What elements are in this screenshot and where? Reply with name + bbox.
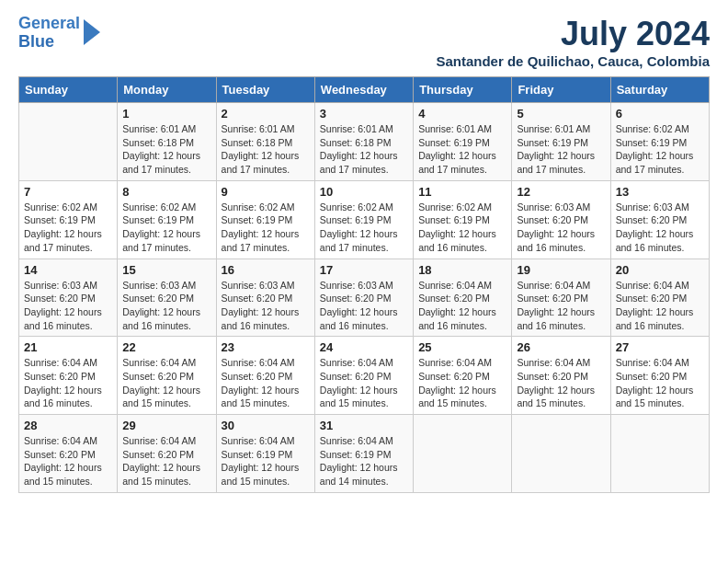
day-info: Sunrise: 6:04 AM Sunset: 6:20 PM Dayligh… <box>320 356 408 410</box>
day-number: 20 <box>616 263 704 277</box>
day-number: 11 <box>418 185 506 199</box>
page-header: General Blue July 2024 Santander de Quil… <box>18 15 710 69</box>
calendar-week-1: 1Sunrise: 6:01 AM Sunset: 6:18 PM Daylig… <box>19 103 710 181</box>
calendar-cell <box>19 103 118 181</box>
day-info: Sunrise: 6:04 AM Sunset: 6:20 PM Dayligh… <box>24 434 112 488</box>
day-number: 15 <box>122 263 210 277</box>
calendar-cell: 31Sunrise: 6:04 AM Sunset: 6:19 PM Dayli… <box>314 415 413 493</box>
day-number: 3 <box>320 107 408 121</box>
day-number: 9 <box>222 185 310 199</box>
day-number: 4 <box>418 107 506 121</box>
calendar-cell: 5Sunrise: 6:01 AM Sunset: 6:19 PM Daylig… <box>512 103 610 181</box>
calendar-cell: 21Sunrise: 6:04 AM Sunset: 6:20 PM Dayli… <box>19 337 118 415</box>
day-info: Sunrise: 6:02 AM Sunset: 6:19 PM Dayligh… <box>122 201 210 255</box>
day-number: 17 <box>320 263 408 277</box>
day-number: 5 <box>517 107 605 121</box>
calendar-cell: 25Sunrise: 6:04 AM Sunset: 6:20 PM Dayli… <box>414 337 512 415</box>
location-subtitle: Santander de Quilichao, Cauca, Colombia <box>436 53 710 69</box>
calendar-cell: 9Sunrise: 6:02 AM Sunset: 6:19 PM Daylig… <box>216 180 314 259</box>
calendar-cell: 24Sunrise: 6:04 AM Sunset: 6:20 PM Dayli… <box>314 337 413 415</box>
calendar-cell: 6Sunrise: 6:02 AM Sunset: 6:19 PM Daylig… <box>610 103 709 181</box>
logo-arrow-icon <box>84 19 100 45</box>
calendar-cell: 29Sunrise: 6:04 AM Sunset: 6:20 PM Dayli… <box>118 415 216 493</box>
calendar-cell: 14Sunrise: 6:03 AM Sunset: 6:20 PM Dayli… <box>19 259 118 337</box>
day-info: Sunrise: 6:02 AM Sunset: 6:19 PM Dayligh… <box>616 122 704 177</box>
day-info: Sunrise: 6:01 AM Sunset: 6:18 PM Dayligh… <box>222 122 310 177</box>
day-number: 29 <box>122 419 210 432</box>
calendar-cell: 23Sunrise: 6:04 AM Sunset: 6:20 PM Dayli… <box>216 337 314 415</box>
calendar-cell: 8Sunrise: 6:02 AM Sunset: 6:19 PM Daylig… <box>118 180 216 259</box>
calendar-week-2: 7Sunrise: 6:02 AM Sunset: 6:19 PM Daylig… <box>19 180 710 259</box>
day-number: 30 <box>222 419 310 432</box>
header-day-tuesday: Tuesday <box>216 77 314 103</box>
calendar-table: SundayMondayTuesdayWednesdayThursdayFrid… <box>18 76 710 493</box>
day-info: Sunrise: 6:03 AM Sunset: 6:20 PM Dayligh… <box>122 279 210 333</box>
day-number: 12 <box>517 185 605 199</box>
calendar-cell: 22Sunrise: 6:04 AM Sunset: 6:20 PM Dayli… <box>118 337 216 415</box>
calendar-cell: 10Sunrise: 6:02 AM Sunset: 6:19 PM Dayli… <box>314 180 413 259</box>
day-number: 24 <box>320 340 408 354</box>
logo: General Blue <box>18 15 100 52</box>
day-number: 6 <box>616 107 704 121</box>
day-info: Sunrise: 6:01 AM Sunset: 6:18 PM Dayligh… <box>122 122 210 177</box>
day-number: 31 <box>320 419 408 432</box>
day-number: 19 <box>517 263 605 277</box>
calendar-cell: 7Sunrise: 6:02 AM Sunset: 6:19 PM Daylig… <box>19 180 118 259</box>
header-day-saturday: Saturday <box>610 77 709 103</box>
day-number: 23 <box>222 340 310 354</box>
calendar-cell: 13Sunrise: 6:03 AM Sunset: 6:20 PM Dayli… <box>610 180 709 259</box>
calendar-cell: 12Sunrise: 6:03 AM Sunset: 6:20 PM Dayli… <box>512 180 610 259</box>
day-number: 22 <box>122 340 210 354</box>
day-info: Sunrise: 6:04 AM Sunset: 6:20 PM Dayligh… <box>418 356 506 410</box>
day-info: Sunrise: 6:04 AM Sunset: 6:20 PM Dayligh… <box>122 356 210 410</box>
calendar-cell: 17Sunrise: 6:03 AM Sunset: 6:20 PM Dayli… <box>314 259 413 337</box>
calendar-cell: 20Sunrise: 6:04 AM Sunset: 6:20 PM Dayli… <box>610 259 709 337</box>
month-year-title: July 2024 <box>436 15 710 53</box>
calendar-week-5: 28Sunrise: 6:04 AM Sunset: 6:20 PM Dayli… <box>19 415 710 493</box>
calendar-cell: 27Sunrise: 6:04 AM Sunset: 6:20 PM Dayli… <box>610 337 709 415</box>
day-info: Sunrise: 6:03 AM Sunset: 6:20 PM Dayligh… <box>616 201 704 255</box>
day-info: Sunrise: 6:04 AM Sunset: 6:20 PM Dayligh… <box>122 434 210 488</box>
day-number: 1 <box>122 107 210 121</box>
header-day-monday: Monday <box>118 77 216 103</box>
day-number: 25 <box>418 340 506 354</box>
calendar-cell: 18Sunrise: 6:04 AM Sunset: 6:20 PM Dayli… <box>414 259 512 337</box>
day-info: Sunrise: 6:04 AM Sunset: 6:20 PM Dayligh… <box>616 279 704 333</box>
day-info: Sunrise: 6:04 AM Sunset: 6:20 PM Dayligh… <box>616 356 704 410</box>
day-number: 10 <box>320 185 408 199</box>
day-number: 13 <box>616 185 704 199</box>
calendar-cell: 3Sunrise: 6:01 AM Sunset: 6:18 PM Daylig… <box>314 103 413 181</box>
calendar-cell: 30Sunrise: 6:04 AM Sunset: 6:19 PM Dayli… <box>216 415 314 493</box>
header-day-sunday: Sunday <box>19 77 118 103</box>
calendar-cell: 1Sunrise: 6:01 AM Sunset: 6:18 PM Daylig… <box>118 103 216 181</box>
calendar-cell: 16Sunrise: 6:03 AM Sunset: 6:20 PM Dayli… <box>216 259 314 337</box>
day-info: Sunrise: 6:03 AM Sunset: 6:20 PM Dayligh… <box>222 279 310 333</box>
day-info: Sunrise: 6:02 AM Sunset: 6:19 PM Dayligh… <box>418 201 506 255</box>
calendar-cell: 28Sunrise: 6:04 AM Sunset: 6:20 PM Dayli… <box>19 415 118 493</box>
calendar-header-row: SundayMondayTuesdayWednesdayThursdayFrid… <box>19 77 710 103</box>
day-number: 8 <box>122 185 210 199</box>
day-number: 27 <box>616 340 704 354</box>
header-day-wednesday: Wednesday <box>314 77 413 103</box>
title-block: July 2024 Santander de Quilichao, Cauca,… <box>436 15 710 69</box>
logo-text-general: General <box>18 15 80 33</box>
day-number: 7 <box>24 185 112 199</box>
day-info: Sunrise: 6:04 AM Sunset: 6:20 PM Dayligh… <box>222 356 310 410</box>
day-info: Sunrise: 6:04 AM Sunset: 6:20 PM Dayligh… <box>517 356 605 410</box>
calendar-cell <box>610 415 709 493</box>
calendar-cell: 4Sunrise: 6:01 AM Sunset: 6:19 PM Daylig… <box>414 103 512 181</box>
day-number: 21 <box>24 340 112 354</box>
day-info: Sunrise: 6:03 AM Sunset: 6:20 PM Dayligh… <box>320 279 408 333</box>
day-info: Sunrise: 6:02 AM Sunset: 6:19 PM Dayligh… <box>222 201 310 255</box>
calendar-body: 1Sunrise: 6:01 AM Sunset: 6:18 PM Daylig… <box>19 103 710 493</box>
header-day-friday: Friday <box>512 77 610 103</box>
day-info: Sunrise: 6:01 AM Sunset: 6:18 PM Dayligh… <box>320 122 408 177</box>
calendar-cell: 2Sunrise: 6:01 AM Sunset: 6:18 PM Daylig… <box>216 103 314 181</box>
day-info: Sunrise: 6:03 AM Sunset: 6:20 PM Dayligh… <box>24 279 112 333</box>
day-info: Sunrise: 6:04 AM Sunset: 6:20 PM Dayligh… <box>517 279 605 333</box>
calendar-cell: 19Sunrise: 6:04 AM Sunset: 6:20 PM Dayli… <box>512 259 610 337</box>
calendar-cell: 15Sunrise: 6:03 AM Sunset: 6:20 PM Dayli… <box>118 259 216 337</box>
day-info: Sunrise: 6:01 AM Sunset: 6:19 PM Dayligh… <box>517 122 605 177</box>
day-number: 18 <box>418 263 506 277</box>
day-info: Sunrise: 6:04 AM Sunset: 6:20 PM Dayligh… <box>24 356 112 410</box>
